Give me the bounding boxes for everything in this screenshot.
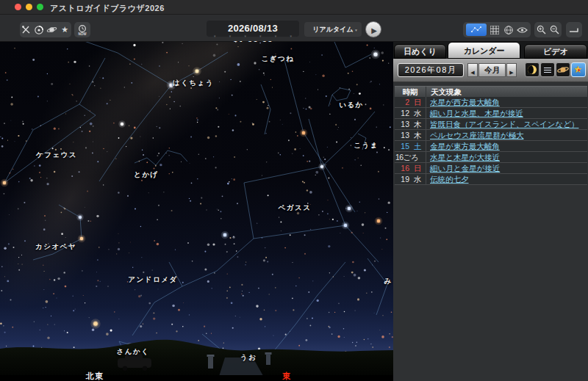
stepper-down-icon[interactable]: [229, 27, 232, 40]
event-link[interactable]: 細い月と水星、木星が接近: [430, 109, 523, 117]
stepper-down-icon[interactable]: [290, 27, 293, 40]
table-row: 15 土 金星が東方最大離角: [395, 141, 587, 152]
event-date-cell: 2 日: [395, 97, 426, 107]
close-window-button[interactable]: [15, 4, 21, 10]
event-star-filter-button[interactable]: [571, 62, 586, 77]
event-cell: ペルセウス座流星群が極大: [426, 130, 587, 140]
calendar-toolbar: 2026年08月 今月: [393, 59, 588, 82]
zoom-out-icon[interactable]: [549, 24, 561, 36]
column-header-phenomena: 天文現象: [426, 87, 587, 97]
display-tool-group: [20, 22, 71, 37]
event-date-cell: 15 土: [395, 141, 426, 151]
tab-himekuri[interactable]: 日めくり: [394, 44, 446, 59]
column-header-period: 時期: [395, 87, 426, 97]
main-toolbar: NOW 2026/08/13 21:00:00 リアルタイム: [0, 15, 588, 42]
horizon-ground: [0, 340, 393, 381]
event-weekday: 木: [409, 119, 426, 129]
play-button[interactable]: [365, 21, 381, 37]
event-date-cell: 16ごろ: [395, 152, 426, 162]
event-filter-buttons: [525, 62, 586, 77]
star-map[interactable]: こぎつねはくちょういるかこうまケフェウスとかげペガススカシオペヤアンドロメダさん…: [0, 42, 393, 381]
prev-month-button[interactable]: [467, 63, 478, 77]
event-link[interactable]: 水星と木星が大接近: [430, 153, 500, 162]
event-date-cell: 12 水: [395, 108, 426, 118]
view-toggle-group: [463, 22, 531, 37]
table-row: 13 木 皆既日食（アイスランド、スペインなど）: [395, 119, 587, 130]
svg-text:NOW: NOW: [79, 32, 87, 36]
planet-icon[interactable]: [46, 24, 58, 36]
play-icon: [370, 23, 377, 36]
stepper-down-icon[interactable]: [243, 27, 246, 40]
event-weekday: 木: [409, 130, 426, 140]
event-weekday: 土: [409, 141, 426, 151]
grid-icon[interactable]: [489, 24, 501, 36]
table-row: 13 木 ペルセウス座流星群が極大: [395, 130, 587, 141]
event-cell: 皆既日食（アイスランド、スペインなど）: [426, 119, 587, 129]
constellation-lines-toggle[interactable]: [466, 23, 487, 36]
event-day: 16: [395, 163, 409, 173]
time-mode-select[interactable]: リアルタイム: [304, 22, 362, 37]
stepper-down-icon[interactable]: [259, 27, 262, 40]
list-filter-button[interactable]: [540, 62, 555, 77]
zoom-group: [534, 22, 562, 37]
month-nav: 今月: [467, 63, 517, 77]
list-icon: [544, 68, 551, 74]
side-panel: 日めくり カレンダー ビデオ 2026年08月 今月: [393, 42, 588, 381]
minimize-window-button[interactable]: [26, 4, 32, 10]
now-button[interactable]: NOW: [74, 22, 90, 37]
events-table: 時期 天文現象 2 日 水星が西方最大離角 12 水 細い月と水星、木星が接近 …: [395, 86, 587, 185]
tools-icon[interactable]: [21, 24, 32, 36]
saturn-icon: [556, 63, 570, 76]
stepper-down-icon[interactable]: [274, 27, 277, 40]
month-field[interactable]: 2026年08月: [398, 63, 464, 77]
zoom-window-button[interactable]: [37, 4, 43, 10]
event-day: 16ごろ: [395, 152, 426, 162]
table-row: 16 日 細い月と金星が接近: [395, 163, 587, 174]
tab-video[interactable]: ビデオ: [524, 44, 587, 59]
moon-phase-filter-button[interactable]: [525, 62, 539, 77]
event-weekday: 水: [409, 108, 426, 118]
datetime-control: 2026/08/13 21:00:00: [207, 18, 299, 40]
event-date-cell: 19 水: [395, 174, 426, 184]
event-weekday: 日: [409, 163, 426, 173]
event-day: 13: [395, 130, 409, 140]
visibility-eye-icon[interactable]: [517, 24, 528, 36]
app-window: アストロガイドブラウザ2026 NOW 2026/08/13 21:00: [0, 0, 588, 381]
event-day: 2: [395, 97, 409, 107]
event-cell: 伝統的七夕: [426, 174, 587, 184]
calendar-table-body: 2 日 水星が西方最大離角 12 水 細い月と水星、木星が接近 13 木 皆既日…: [395, 97, 587, 185]
table-row: 2 日 水星が西方最大離角: [395, 97, 587, 108]
event-day: 19: [395, 174, 409, 184]
stepper-down-icon[interactable]: [213, 27, 216, 40]
panel-tab-bar: 日めくり カレンダー ビデオ: [393, 42, 588, 59]
event-day: 13: [395, 119, 409, 129]
now-clock-icon: NOW: [76, 24, 88, 36]
datetime-steppers-down: [207, 27, 299, 40]
tab-calendar[interactable]: カレンダー: [448, 42, 520, 59]
zoom-in-icon[interactable]: [535, 24, 547, 36]
next-month-button[interactable]: [506, 63, 517, 77]
coordinate-grid-icon[interactable]: [503, 24, 514, 36]
planet-filter-button[interactable]: [556, 62, 570, 77]
star-icon[interactable]: [59, 24, 71, 36]
event-link[interactable]: 水星が西方最大離角: [430, 98, 500, 106]
event-weekday: 水: [409, 174, 426, 184]
event-link[interactable]: 細い月と金星が接近: [430, 164, 500, 173]
event-cell: 細い月と水星、木星が接近: [426, 108, 587, 118]
event-link[interactable]: 金星が東方最大離角: [430, 142, 500, 150]
title-bar: アストロガイドブラウザ2026: [0, 0, 588, 15]
milky-way-haze: [0, 42, 326, 335]
event-link[interactable]: 伝統的七夕: [430, 175, 469, 184]
galaxy-icon[interactable]: [33, 24, 45, 36]
event-date-cell: 13 木: [395, 130, 426, 140]
time-mode-value: リアルタイム: [312, 26, 353, 33]
window-title: アストロガイドブラウザ2026: [50, 3, 165, 14]
collapse-panel-button[interactable]: [566, 22, 582, 37]
events-table-header: 時期 天文現象: [395, 86, 587, 97]
this-month-button[interactable]: 今月: [478, 63, 506, 77]
event-link[interactable]: 皆既日食（アイスランド、スペインなど）: [430, 120, 578, 128]
event-link[interactable]: ペルセウス座流星群が極大: [430, 131, 523, 139]
event-cell: 金星が東方最大離角: [426, 141, 587, 151]
event-weekday: 日: [409, 97, 426, 107]
event-date-cell: 16 日: [395, 163, 426, 173]
